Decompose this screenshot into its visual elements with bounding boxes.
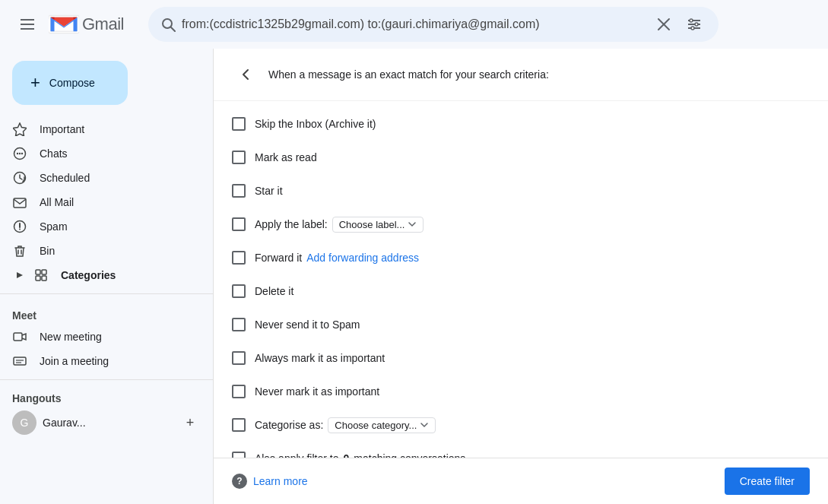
also-apply-suffix: matching conversations. <box>354 452 468 458</box>
filter-dialog: When a message is an exact match for you… <box>213 49 828 504</box>
scheduled-icon <box>12 171 27 185</box>
apply-label-checkbox[interactable] <box>232 217 246 231</box>
learn-more-link[interactable]: Learn more <box>253 475 308 487</box>
categories-expand-icon <box>12 269 27 281</box>
back-button[interactable] <box>232 61 259 88</box>
filter-body: Skip the Inbox (Archive it) Mark as read… <box>214 101 828 458</box>
compose-plus-icon: + <box>30 73 40 93</box>
sidebar-item-all-mail[interactable]: All Mail <box>0 190 198 214</box>
star-it-checkbox[interactable] <box>232 184 246 198</box>
svg-point-25 <box>19 229 21 230</box>
never-important-checkbox[interactable] <box>232 385 246 398</box>
filter-option-delete-it: Delete it <box>232 274 810 308</box>
filter-option-categorise-as: Categorise as: Choose category... <box>232 408 810 442</box>
create-filter-button[interactable]: Create filter <box>725 468 810 495</box>
svg-rect-32 <box>42 276 46 281</box>
sidebar-item-scheduled[interactable]: Scheduled <box>0 166 198 190</box>
filter-option-never-spam: Never send it to Spam <box>232 308 810 341</box>
search-input[interactable] <box>182 17 646 31</box>
svg-rect-33 <box>14 333 22 341</box>
never-spam-label: Never send it to Spam <box>255 319 360 331</box>
sidebar-item-label: Chats <box>40 147 68 160</box>
svg-rect-2 <box>21 28 34 30</box>
always-important-checkbox[interactable] <box>232 351 246 365</box>
hangouts-section-label: Hangouts <box>12 392 201 404</box>
never-important-label: Never mark it as important <box>255 385 379 398</box>
filter-option-always-important: Always mark it as important <box>232 341 810 375</box>
all-mail-icon <box>12 195 27 209</box>
svg-line-7 <box>171 27 175 31</box>
category-select-dropdown[interactable]: Choose category... <box>328 417 436 433</box>
sidebar-item-spam[interactable]: Spam <box>0 214 198 239</box>
meet-section-label: Meet <box>0 300 213 325</box>
sidebar-divider-2 <box>0 379 213 380</box>
apply-label-label: Apply the label: Choose label... <box>255 217 424 233</box>
svg-marker-28 <box>17 272 23 278</box>
svg-point-13 <box>690 19 693 22</box>
mark-as-read-checkbox[interactable] <box>232 151 246 164</box>
forward-it-checkbox[interactable] <box>232 251 246 265</box>
add-forwarding-link[interactable]: Add forwarding address <box>306 252 419 264</box>
filter-option-apply-label: Apply the label: Choose label... <box>232 208 810 241</box>
compose-button[interactable]: + Compose <box>12 61 128 105</box>
important-icon <box>12 122 27 136</box>
filter-option-star-it: Star it <box>232 174 810 208</box>
never-spam-checkbox[interactable] <box>232 318 246 331</box>
filter-option-also-apply: Also apply filter to 0 matching conversa… <box>232 442 810 458</box>
sidebar-item-categories[interactable]: Categories <box>0 263 198 287</box>
filter-option-never-important: Never mark it as important <box>232 375 810 408</box>
skip-inbox-label: Skip the Inbox (Archive it) <box>255 118 376 130</box>
sidebar-item-label: Categories <box>61 269 116 281</box>
hangouts-add-button[interactable]: + <box>179 412 201 433</box>
sidebar-item-label: Important <box>40 123 84 135</box>
svg-point-14 <box>695 23 698 26</box>
main-layout: + Compose Important Chats Scheduled <box>0 49 828 504</box>
hangouts-user: G Gaurav... + <box>12 410 201 435</box>
search-close-button[interactable] <box>652 12 676 36</box>
sidebar-item-join-meeting[interactable]: Join a meeting <box>0 349 198 373</box>
filter-footer: ? Learn more Create filter <box>214 458 828 504</box>
label-select-dropdown[interactable]: Choose label... <box>332 217 424 233</box>
spam-icon <box>12 220 27 233</box>
sidebar-divider <box>0 293 213 294</box>
topbar: Gmail <box>0 0 828 49</box>
sidebar-item-chats[interactable]: Chats <box>0 141 198 166</box>
svg-rect-29 <box>36 270 40 274</box>
sidebar-item-bin[interactable]: Bin <box>0 239 198 263</box>
search-bar <box>148 7 719 42</box>
filter-header-text: When a message is an exact match for you… <box>268 68 549 81</box>
skip-inbox-checkbox[interactable] <box>232 117 246 131</box>
sidebar-item-label: New meeting <box>40 331 102 343</box>
hamburger-button[interactable] <box>12 9 43 40</box>
sidebar-item-new-meeting[interactable]: New meeting <box>0 325 198 349</box>
also-apply-checkbox[interactable] <box>232 452 246 458</box>
search-options-button[interactable] <box>682 12 706 36</box>
search-icon <box>160 17 176 32</box>
gmail-logo: Gmail <box>49 13 124 36</box>
also-apply-count: 0 <box>344 452 350 458</box>
new-meeting-icon <box>12 330 27 344</box>
svg-point-15 <box>691 27 694 30</box>
sidebar-item-label: All Mail <box>40 196 74 208</box>
sidebar-item-label: Spam <box>40 220 68 233</box>
gmail-text: Gmail <box>82 14 124 34</box>
svg-point-6 <box>163 19 172 28</box>
bin-icon <box>12 244 27 258</box>
categorise-as-checkbox[interactable] <box>232 418 246 432</box>
chats-icon <box>12 147 27 160</box>
categorise-as-text: Categorise as: <box>255 419 323 431</box>
svg-rect-1 <box>21 24 34 25</box>
also-apply-text: Also apply filter to <box>255 452 339 458</box>
hangouts-username: Gaurav... <box>43 417 173 429</box>
svg-point-20 <box>21 153 23 154</box>
sidebar-item-important[interactable]: Important <box>0 117 198 141</box>
delete-it-checkbox[interactable] <box>232 284 246 298</box>
categorise-as-label: Categorise as: Choose category... <box>255 417 436 433</box>
filter-header: When a message is an exact match for you… <box>214 49 828 101</box>
svg-marker-16 <box>13 123 27 136</box>
help-icon[interactable]: ? <box>232 474 247 489</box>
sidebar-item-label: Bin <box>40 245 55 257</box>
mark-as-read-label: Mark as read <box>255 151 317 163</box>
categories-icon <box>33 268 49 282</box>
star-it-label: Star it <box>255 185 283 197</box>
